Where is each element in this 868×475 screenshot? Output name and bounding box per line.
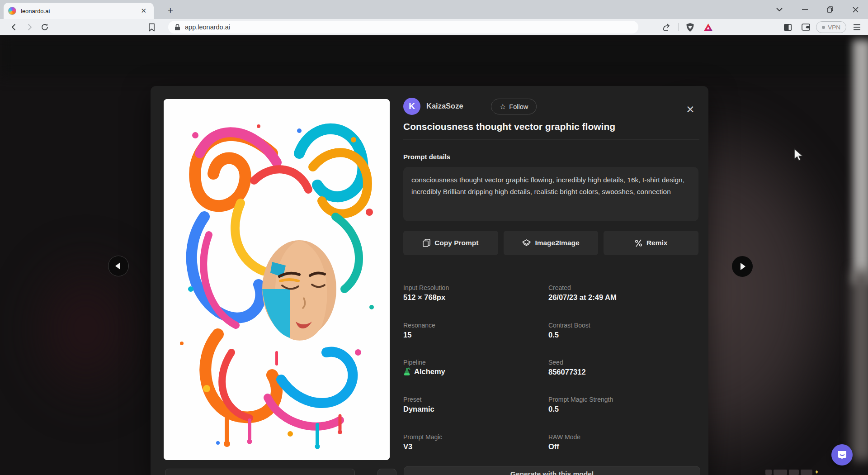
tab-leonardo[interactable]: leonardo.ai ✕	[4, 3, 154, 19]
pipeline-value-text: Alchemy	[414, 367, 445, 376]
detail-label-seed: Seed	[548, 359, 563, 366]
modal-close-icon[interactable]: ✕	[684, 103, 697, 116]
mouse-cursor	[793, 148, 805, 164]
support-chat-button[interactable]	[831, 444, 853, 466]
leonardo-favicon-icon	[8, 7, 16, 15]
detail-label-pipeline: Pipeline	[403, 359, 426, 366]
menu-hamburger-icon[interactable]	[849, 20, 864, 34]
window-controls	[767, 0, 868, 19]
chevron-left-icon	[115, 262, 120, 270]
lock-icon	[175, 24, 180, 31]
detail-value-prompt-magic-strength: 0.5	[548, 405, 559, 413]
previous-image-button[interactable]	[108, 256, 129, 276]
chevron-right-icon	[741, 263, 745, 270]
watermark-glyph	[801, 470, 812, 475]
prompt-details-heading: Prompt details	[403, 153, 450, 161]
brave-shield-icon[interactable]	[682, 20, 698, 34]
tab-search-chevron-icon[interactable]	[767, 0, 792, 19]
detail-value-raw-mode: Off	[548, 442, 559, 451]
backdrop-top-shade	[0, 35, 868, 76]
share-icon[interactable]	[659, 20, 675, 34]
detail-value-prompt-magic: V3	[403, 442, 412, 451]
vpn-label: VPN	[828, 24, 840, 31]
remix-label: Remix	[646, 239, 668, 247]
copy-prompt-button[interactable]: Copy Prompt	[403, 231, 498, 255]
detail-value-input-resolution: 512 × 768px	[403, 293, 445, 302]
vpn-status-dot	[822, 26, 825, 29]
bookmark-icon[interactable]	[144, 20, 159, 34]
detail-value-resonance: 15	[403, 331, 411, 339]
sidebar-panel-icon[interactable]	[780, 20, 795, 34]
remix-icon	[635, 239, 642, 247]
watermark-glyph	[789, 470, 799, 475]
detail-label-created: Created	[548, 284, 571, 291]
prompt-text-box[interactable]: consciousness thought vector graphic flo…	[403, 167, 698, 221]
watermark-glyph	[765, 470, 772, 475]
remix-button[interactable]: Remix	[604, 231, 698, 255]
watermark-partial: ✦	[765, 470, 819, 475]
detail-value-seed: 856077312	[548, 368, 586, 376]
close-window-button[interactable]	[843, 0, 868, 19]
detail-label-resonance: Resonance	[403, 322, 435, 329]
new-tab-button[interactable]: +	[164, 4, 177, 17]
watermark-sparkle-icon: ✦	[814, 470, 819, 475]
toolbar-right-cluster: VPN	[659, 19, 864, 35]
tab-title: leonardo.ai	[21, 8, 138, 14]
copy-prompt-label: Copy Prompt	[434, 239, 478, 247]
wallet-icon[interactable]	[798, 20, 813, 34]
chat-bubble-icon	[837, 451, 847, 460]
browser-toolbar: app.leonardo.ai	[0, 19, 868, 35]
follow-button[interactable]: ☆ Follow	[491, 99, 537, 114]
alchemy-flask-icon	[403, 367, 410, 376]
address-bar[interactable]: app.leonardo.ai	[168, 21, 638, 33]
detail-label-raw-mode: RAW Mode	[548, 433, 580, 441]
tab-strip: leonardo.ai ✕ +	[0, 0, 868, 19]
next-card-partial-bar	[165, 469, 355, 475]
backdrop-light-strip	[853, 40, 868, 284]
generate-with-model-button[interactable]: Generate with this model	[404, 466, 700, 475]
username[interactable]: KaizaSoze	[426, 102, 463, 110]
copy-icon	[423, 239, 430, 247]
user-avatar[interactable]: K	[403, 98, 420, 115]
restore-button[interactable]	[817, 0, 843, 19]
image2image-label: Image2Image	[535, 239, 579, 247]
backdrop-gray-strip	[852, 271, 868, 461]
minimize-button[interactable]	[792, 0, 817, 19]
detail-value-created: 26/07/23 at 2:49 AM	[548, 293, 617, 302]
image2image-button[interactable]: Image2Image	[504, 231, 599, 255]
detail-value-contrast-boost: 0.5	[548, 331, 559, 339]
next-image-button[interactable]	[732, 256, 753, 277]
vpn-button[interactable]: VPN	[816, 21, 846, 33]
backdrop-red-tint	[18, 243, 154, 415]
detail-label-prompt-magic-strength: Prompt Magic Strength	[548, 396, 613, 403]
detail-label-input-resolution: Input Resolution	[403, 284, 449, 291]
follow-label: Follow	[509, 103, 528, 110]
layers-icon	[522, 239, 531, 247]
url-text: app.leonardo.ai	[185, 24, 230, 31]
forward-button[interactable]	[22, 20, 37, 34]
detail-value-pipeline: Alchemy	[403, 367, 445, 376]
detail-value-preset: Dynamic	[403, 405, 434, 413]
watermark-glyph	[774, 470, 787, 475]
image-detail-modal: K KaizaSoze ☆ Follow ✕ Consciousness tho…	[151, 86, 708, 475]
detail-label-preset: Preset	[403, 396, 421, 403]
detail-label-prompt-magic: Prompt Magic	[403, 433, 442, 441]
next-card-partial-square	[377, 469, 396, 475]
brave-rewards-icon[interactable]	[700, 20, 716, 34]
browser-window: leonardo.ai ✕ +	[0, 0, 868, 475]
back-button[interactable]	[6, 20, 22, 34]
image-title: Consciousness thought vector graphic flo…	[403, 121, 699, 140]
action-buttons-row: Copy Prompt Image2Image Remix	[403, 231, 698, 255]
star-icon: ☆	[500, 103, 506, 110]
generated-artwork-image[interactable]	[164, 99, 390, 460]
reload-button[interactable]	[37, 20, 52, 34]
toolbar-separator	[678, 23, 679, 31]
detail-label-contrast-boost: Contrast Boost	[548, 322, 590, 329]
tab-close-icon[interactable]: ✕	[138, 6, 149, 16]
